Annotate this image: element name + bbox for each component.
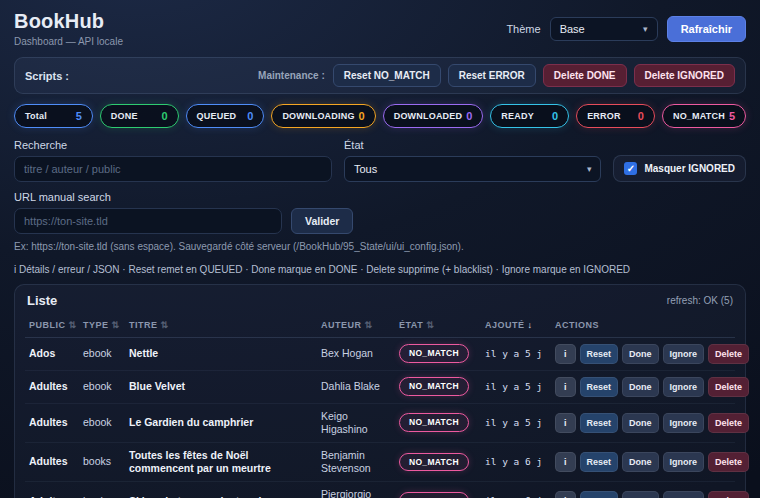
cell-auteur: Piergiorgio Pulixi <box>321 488 393 498</box>
row-action-reset[interactable]: Reset <box>580 491 619 498</box>
column-header-etat[interactable]: ÉTAT⇅ <box>399 320 479 330</box>
row-action-reset[interactable]: Reset <box>580 413 619 433</box>
row-action-ignore[interactable]: Ignore <box>663 452 705 472</box>
row-action-details[interactable]: i <box>555 377 576 397</box>
sort-icon: ⇅ <box>426 320 434 330</box>
column-label: TYPE <box>83 320 109 330</box>
column-header-public[interactable]: PUBLIC⇅ <box>29 320 77 330</box>
sort-icon: ⇅ <box>161 320 169 330</box>
maintenance-button-reset-error[interactable]: Reset ERROR <box>448 64 536 87</box>
state-select[interactable]: Tous ▾ <box>344 156 601 182</box>
stat-value: 0 <box>466 110 472 122</box>
state-select-value: Tous <box>354 163 377 175</box>
cell-titre: Si les chats pouvaient parler <box>129 495 315 498</box>
search-input[interactable] <box>14 156 332 182</box>
cell-public: Ados <box>29 347 77 360</box>
cell-public: Adultes <box>29 380 77 393</box>
filters-row: Recherche État Tous ▾ ✓ Masquer IGNORED <box>14 139 746 182</box>
cell-type: ebook <box>83 416 123 429</box>
maintenance-button-reset-no-match[interactable]: Reset NO_MATCH <box>333 64 441 87</box>
refresh-button[interactable]: Rafraîchir <box>667 16 746 42</box>
cell-etat: NO_MATCH <box>399 453 479 472</box>
cell-titre: Nettle <box>129 347 315 360</box>
column-header-ajoute[interactable]: AJOUTÉ↓ <box>485 320 549 330</box>
table-row: AdosebookNettleBex HoganNO_MATCHil y a 5… <box>25 338 735 371</box>
maintenance-button-delete-done[interactable]: Delete DONE <box>543 64 627 87</box>
cell-ajoute: il y a 5 j <box>485 381 549 393</box>
column-header-auteur[interactable]: AUTEUR⇅ <box>321 320 393 330</box>
row-action-ignore[interactable]: Ignore <box>663 377 705 397</box>
row-action-reset[interactable]: Reset <box>580 344 619 364</box>
row-action-reset[interactable]: Reset <box>580 377 619 397</box>
row-action-done[interactable]: Done <box>622 491 659 498</box>
stat-no-match: NO_MATCH5 <box>662 104 746 128</box>
row-action-details[interactable]: i <box>555 413 576 433</box>
sort-icon: ⇅ <box>69 320 77 330</box>
row-action-ignore[interactable]: Ignore <box>663 491 705 498</box>
hide-ignored-toggle[interactable]: ✓ Masquer IGNORED <box>613 155 746 182</box>
cell-etat: NO_MATCH <box>399 344 479 363</box>
row-action-delete[interactable]: Delete <box>708 413 749 433</box>
cell-public: Adultes <box>29 455 77 468</box>
row-action-details[interactable]: i <box>555 452 576 472</box>
status-badge: NO_MATCH <box>399 453 469 472</box>
column-label: TITRE <box>129 320 158 330</box>
status-badge: NO_MATCH <box>399 344 469 363</box>
hide-ignored-label: Masquer IGNORED <box>644 163 735 174</box>
theme-label: Thème <box>506 23 540 35</box>
cell-auteur: Dahlia Blake <box>321 380 393 393</box>
row-action-ignore[interactable]: Ignore <box>663 344 705 364</box>
row-action-details[interactable]: i <box>555 344 576 364</box>
row-actions: iResetDoneIgnoreDelete <box>555 413 731 433</box>
row-action-done[interactable]: Done <box>622 344 659 364</box>
row-action-done[interactable]: Done <box>622 413 659 433</box>
column-header-type[interactable]: TYPE⇅ <box>83 320 123 330</box>
stat-label: QUEUED <box>197 111 237 121</box>
table-row: AdultesebookBlue VelvetDahlia BlakeNO_MA… <box>25 371 735 404</box>
maintenance-button-delete-ignored[interactable]: Delete IGNORED <box>634 64 735 87</box>
stat-label: READY <box>501 111 534 121</box>
column-label: PUBLIC <box>29 320 66 330</box>
theme-select[interactable]: Base ▾ <box>550 17 658 41</box>
row-action-delete[interactable]: Delete <box>708 491 749 498</box>
cell-public: Adultes <box>29 416 77 429</box>
url-input[interactable] <box>14 208 282 234</box>
cell-ajoute: il y a 6 j <box>485 456 549 468</box>
row-action-reset[interactable]: Reset <box>580 452 619 472</box>
cell-type: books <box>83 495 123 498</box>
stat-label: DONE <box>111 111 138 121</box>
table-row: AdultesebookLe Gardien du camphrierKeigo… <box>25 404 735 443</box>
stat-downloaded: DOWNLOADED0 <box>383 104 484 128</box>
cell-auteur: Bex Hogan <box>321 347 393 360</box>
header-controls: Thème Base ▾ Rafraîchir <box>506 16 746 42</box>
row-action-ignore[interactable]: Ignore <box>663 413 705 433</box>
row-action-delete[interactable]: Delete <box>708 344 749 364</box>
row-action-done[interactable]: Done <box>622 377 659 397</box>
column-header-titre[interactable]: TITRE⇅ <box>129 320 315 330</box>
sort-desc-icon: ↓ <box>528 320 533 330</box>
cell-public: Adultes <box>29 495 77 498</box>
valider-button[interactable]: Valider <box>291 208 353 234</box>
table-row: AdultesbooksToutes les fêtes de Noël com… <box>25 443 735 482</box>
stat-value: 0 <box>161 110 167 122</box>
bookhub-dashboard: BookHub Dashboard — API locale Thème Bas… <box>0 0 760 498</box>
row-action-delete[interactable]: Delete <box>708 377 749 397</box>
stat-label: ERROR <box>587 111 621 121</box>
chevron-down-icon: ▾ <box>587 164 592 174</box>
row-action-done[interactable]: Done <box>622 452 659 472</box>
theme-select-value: Base <box>560 23 585 35</box>
status-badge: NO_MATCH <box>399 492 469 498</box>
cell-type: books <box>83 455 123 468</box>
url-search-row: Valider <box>14 208 746 234</box>
maintenance-group: Maintenance : Reset NO_MATCHReset ERRORD… <box>258 64 735 87</box>
column-label: ÉTAT <box>399 320 423 330</box>
cell-ajoute: il y a 5 j <box>485 417 549 429</box>
row-action-delete[interactable]: Delete <box>708 452 749 472</box>
url-help-text: Ex: https://ton-site.tld (sans espace). … <box>14 240 476 255</box>
row-actions: iResetDoneIgnoreDelete <box>555 452 731 472</box>
row-action-details[interactable]: i <box>555 491 576 498</box>
list-title: Liste <box>27 293 57 308</box>
stat-value: 5 <box>76 110 82 122</box>
stat-value: 5 <box>729 110 735 122</box>
stat-value: 0 <box>359 110 365 122</box>
